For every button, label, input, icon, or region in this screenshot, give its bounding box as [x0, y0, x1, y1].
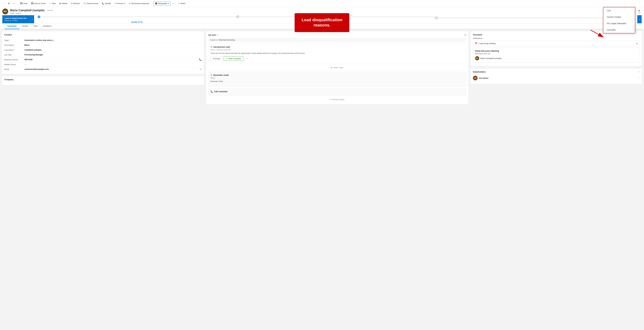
grid-icon: ⊞ [8, 2, 10, 4]
lead-rating-label: Ra... [638, 12, 642, 14]
attendee-name: Maria Campbell (sample) [480, 57, 502, 60]
chevron-down-icon[interactable]: ▾ [20, 12, 21, 14]
check-access-label: Check Access [86, 2, 98, 4]
disqualify-icon: 📵 [155, 2, 157, 4]
mark-complete-label: Mark complete [228, 58, 241, 60]
meeting-count: 1 upcoming meeting [478, 42, 496, 44]
stakeholders-more-icon[interactable]: ⋯ [638, 71, 640, 73]
record-header: MC Maria Campbell (sample) - Saved Lead … [0, 7, 644, 29]
qualify-button[interactable]: 📞 Qualify [100, 2, 112, 6]
chevron-down-prev-icon: ▾ [330, 98, 331, 100]
open-icon: ↗ [13, 2, 15, 4]
tab-related-label: Related [43, 25, 50, 27]
meeting-name: Initial Discovery Meeting [475, 50, 638, 52]
divider-2 [152, 2, 152, 5]
more-options-activity-button[interactable]: ··· [244, 57, 249, 60]
contact-card: Contact Topic* Interested in online only… [2, 31, 204, 74]
contact-card-title: Contact [4, 34, 202, 36]
stakeholder-name: Alex Baker [479, 77, 488, 79]
email-compose-icon[interactable]: ✉ [200, 68, 202, 70]
assistant-card: Assistant Notifications 📅 1 upcoming mee… [470, 31, 642, 66]
field-value-firstname[interactable]: Maria [24, 44, 202, 46]
email-btn-icon: ✉ [213, 58, 214, 60]
process-next-button[interactable]: › [637, 15, 642, 23]
disconnect-button[interactable]: ✕ Disconnect sequence [128, 2, 151, 6]
grid-button[interactable]: ⊞ [6, 2, 11, 6]
share-label: Share [180, 2, 186, 4]
tab-related[interactable]: Related ▾ [40, 24, 54, 29]
step-line-2 [236, 17, 435, 17]
process-collapse-button[interactable]: ‹ [30, 15, 34, 23]
check-access-button[interactable]: 🔍 Check Access [82, 2, 100, 6]
share-button[interactable]: ↗ Share [176, 2, 187, 6]
email-button[interactable]: ✉ Email [210, 56, 222, 61]
refresh-button[interactable]: ↺ Refresh [70, 2, 82, 6]
field-label-email: Email [4, 68, 23, 70]
middle-column: Up next ⓘ ↺ Sequence: New lead nurturing… [206, 31, 469, 328]
field-value-businessphone[interactable]: 555-0165 [24, 58, 197, 60]
avatar-initials: MC [4, 10, 7, 12]
left-column: Contact Topic* Interested in online only… [2, 31, 204, 328]
field-value-jobtitle[interactable]: Purchasing Manager [24, 54, 202, 56]
stakeholders-header: Stakeholders ⋯ [473, 71, 640, 73]
delete-button[interactable]: 🗑 Delete [58, 2, 69, 6]
avatar: MC [2, 8, 8, 14]
disqualify-label: Disqualify [158, 2, 167, 4]
stakeholders-card: Stakeholders ⋯ AB Alex Baker ⋯ [470, 68, 642, 84]
disqualify-dropdown: Lost Cannot Contact No Longer Interested… [603, 7, 635, 34]
activity-name-call: Call customer [214, 90, 228, 93]
save-close-button[interactable]: 💾 Save & Close [30, 2, 47, 6]
tab-files[interactable]: Files [31, 24, 40, 29]
process-button[interactable]: ⬡ Process ▾ [113, 2, 127, 6]
process-chevron-icon: ▾ [124, 2, 126, 4]
save-button[interactable]: 💾 Save [19, 2, 29, 6]
field-value-mobilephone: --- [24, 63, 202, 66]
field-businessphone: Business Phone 555-0165 📞 [4, 57, 202, 62]
upnext-card: Up next ⓘ ↺ Sequence: New lead nurturing… [206, 31, 469, 104]
sequence-banner: Sequence: New lead nurturing [208, 38, 466, 42]
step-circle-3 [435, 16, 438, 19]
record-type: Lead [10, 12, 14, 14]
upnext-refresh-icon[interactable]: ↺ [464, 34, 466, 36]
process-sidebar[interactable]: Lead to Opportunity Sal... Active for 27… [2, 15, 30, 23]
dropdown-item-cannot-contact[interactable]: Cannot Contact [603, 14, 635, 20]
more-options-button[interactable]: ⋯ [171, 2, 176, 6]
delete-label: Delete [62, 2, 67, 4]
dropdown-item-canceled[interactable]: Canceled [603, 27, 635, 33]
save-label: Save [23, 2, 28, 4]
meeting-card: Initial Discovery Meeting Meeting at 9:3… [473, 48, 640, 62]
disqualify-button[interactable]: 📵 Disqualify ▾ [154, 1, 170, 6]
prev-steps-label: Previous steps [332, 98, 344, 100]
process-title: Lead to Opportunity Sal... [5, 17, 28, 19]
step-line-1 [38, 17, 236, 17]
calendar-icon: 📅 [475, 42, 477, 44]
meeting-chevron-icon: ▲ [636, 42, 638, 44]
process-label: Process [117, 2, 124, 4]
email-icon: ✉ [210, 46, 212, 48]
field-value-topic[interactable]: Interested in online only store (... [24, 39, 202, 41]
record-title-block: Maria Campbell (sample) - Saved Lead · L… [10, 9, 53, 14]
stakeholder-item-more-icon[interactable]: ⋯ [638, 77, 640, 79]
back-button[interactable]: ← [1, 2, 6, 6]
back-icon: ← [3, 2, 4, 4]
qualify-label: Qualify [105, 2, 111, 4]
tab-summary[interactable]: Summary [5, 24, 19, 29]
meeting-expand[interactable]: 📅 1 upcoming meeting ▲ [473, 40, 640, 46]
mark-complete-button[interactable]: ✔ Mark complete [224, 56, 244, 61]
phone-call-icon[interactable]: 📞 [199, 58, 202, 61]
check-icon: ✔ [226, 58, 228, 60]
phone-icon: 📞 [210, 90, 213, 93]
prev-steps[interactable]: ▾ Previous steps [208, 97, 466, 102]
new-button[interactable]: ＋ New [48, 1, 57, 6]
dropdown-item-lost[interactable]: Lost [603, 7, 635, 14]
field-value-lastname[interactable]: Campbell (sample) [24, 49, 202, 51]
activity-step-2: Step 2 [210, 77, 464, 79]
step-develop[interactable]: 🔒Develop [236, 16, 435, 23]
dropdown-item-no-longer-interested[interactable]: No Longer Interested [603, 20, 635, 27]
field-value-email[interactable]: someone14@example.com [24, 68, 198, 70]
step-qualify[interactable]: Qualify (27 D) [38, 16, 236, 23]
activity-call: 📞 Call customer [208, 88, 466, 96]
activity-name-2: Reminder email [214, 74, 228, 76]
open-button[interactable]: ↗ [12, 2, 16, 6]
tab-details[interactable]: Details [19, 24, 31, 29]
